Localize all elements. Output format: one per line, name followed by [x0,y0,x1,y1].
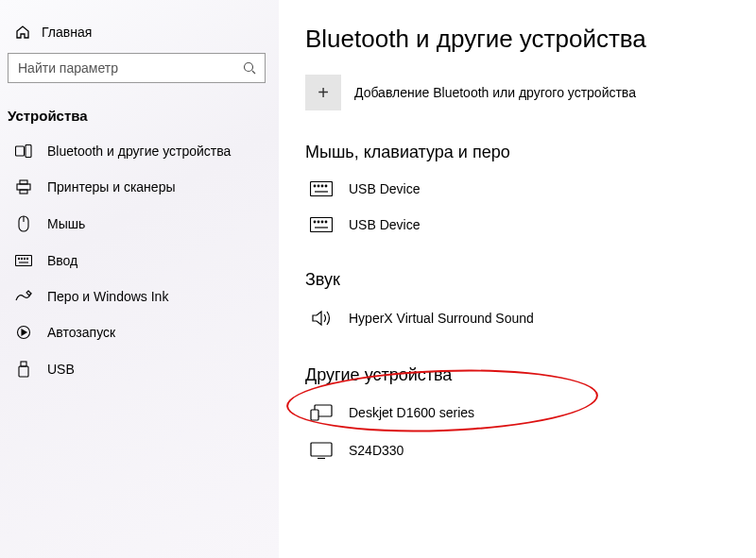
device-row[interactable]: HyperX Virtual Surround Sound [305,301,728,341]
svg-rect-8 [16,256,32,266]
svg-point-12 [26,258,27,259]
home-link[interactable]: Главная [0,21,279,53]
search-input[interactable] [18,60,242,76]
svg-rect-15 [21,362,26,366]
search-icon [242,60,257,76]
svg-point-26 [321,221,323,223]
group-audio: Звук HyperX Virtual Surround Sound [305,270,728,341]
device-row[interactable]: USB Device [305,174,728,210]
svg-point-10 [21,258,22,259]
sidebar-item-printers[interactable]: Принтеры и сканеры [0,169,279,205]
device-row[interactable]: Deskjet D1600 series [305,397,728,434]
sidebar-item-label: Принтеры и сканеры [47,179,175,194]
sidebar-item-label: Мышь [47,216,85,231]
svg-point-0 [245,63,253,72]
svg-rect-3 [17,184,30,190]
add-device-label: Добавление Bluetooth или другого устройс… [354,85,636,100]
pen-icon [15,290,32,303]
mouse-icon [15,215,32,232]
group-mouse-keyboard: Мышь, клавиатура и перо USB Device USB D… [305,143,728,245]
svg-rect-4 [20,180,27,184]
add-device-button[interactable]: + Добавление Bluetooth или другого устро… [305,75,728,110]
printer-icon [15,179,32,194]
multi-device-icon [309,404,334,421]
group-title: Другие устройства [305,365,728,385]
page-title: Bluetooth и другие устройства [305,25,728,54]
device-name: USB Device [349,217,420,232]
sidebar: Главная Устройства Bluetooth и другие ус… [0,0,279,558]
svg-rect-2 [26,145,31,158]
svg-rect-16 [19,366,28,377]
svg-rect-5 [20,190,27,194]
home-label: Главная [42,25,92,40]
sidebar-item-usb[interactable]: USB [0,350,279,388]
svg-point-25 [318,221,319,223]
svg-rect-17 [311,182,333,196]
keyboard-icon [15,255,32,266]
sidebar-item-autoplay[interactable]: Автозапуск [0,314,279,350]
sidebar-item-label: Автозапуск [47,325,115,340]
device-name: USB Device [349,181,420,196]
sidebar-item-label: Ввод [47,253,77,268]
search-box[interactable] [8,53,266,83]
svg-rect-30 [311,410,318,420]
group-title: Мышь, клавиатура и перо [305,143,728,162]
keyboard-icon [309,181,334,196]
sidebar-item-mouse[interactable]: Мышь [0,205,279,243]
group-other: Другие устройства Deskjet D1600 series S… [305,365,728,472]
sidebar-section-title: Устройства [0,100,279,133]
device-row[interactable]: USB Device [305,210,728,245]
sidebar-item-label: Перо и Windows Ink [47,289,168,304]
home-icon [15,25,30,40]
device-name: HyperX Virtual Surround Sound [349,311,534,326]
svg-point-24 [314,221,316,223]
svg-rect-31 [311,443,332,456]
sidebar-item-label: USB [47,362,75,377]
svg-point-11 [24,258,25,259]
svg-point-20 [321,185,323,187]
group-title: Звук [305,270,728,290]
sidebar-item-typing[interactable]: Ввод [0,243,279,279]
svg-point-21 [325,185,327,187]
svg-point-9 [18,258,19,259]
svg-point-27 [325,221,327,223]
usb-icon [15,361,32,378]
speaker-icon [309,309,334,328]
device-name: Deskjet D1600 series [349,405,474,420]
device-row[interactable]: S24D330 [305,434,728,472]
svg-rect-1 [16,146,25,156]
svg-point-18 [314,185,316,187]
monitor-icon [309,442,334,459]
device-name: S24D330 [349,443,404,458]
bluetooth-devices-icon [15,144,32,158]
main-content: Bluetooth и другие устройства + Добавлен… [279,0,756,558]
svg-rect-23 [311,218,333,232]
svg-point-19 [318,185,319,187]
sidebar-item-bluetooth[interactable]: Bluetooth и другие устройства [0,133,279,169]
keyboard-icon [309,217,334,232]
autoplay-icon [15,325,32,340]
sidebar-item-label: Bluetooth и другие устройства [47,144,231,159]
sidebar-item-pen[interactable]: Перо и Windows Ink [0,279,279,314]
plus-icon: + [305,75,341,110]
